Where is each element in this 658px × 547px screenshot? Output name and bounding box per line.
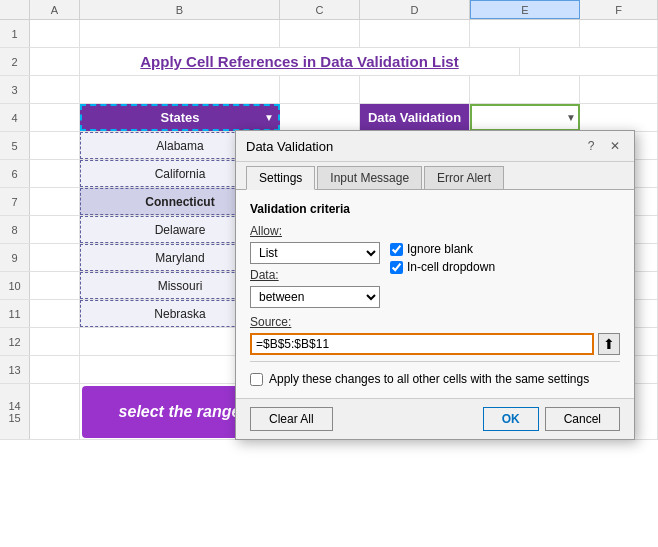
allow-select[interactable]: List (250, 242, 380, 264)
divider (250, 361, 620, 362)
state-name: Connecticut (145, 195, 214, 209)
row-num-15: 1415 (0, 384, 30, 439)
in-cell-dropdown-row: In-cell dropdown (390, 260, 495, 274)
dialog-titlebar: Data Validation ? ✕ (236, 131, 634, 162)
ignore-blank-label: Ignore blank (407, 242, 473, 256)
col-header-f: F (580, 0, 658, 19)
source-row: ⬆ (250, 333, 620, 355)
dialog-help-button[interactable]: ? (582, 137, 600, 155)
cell-c4 (280, 104, 360, 131)
cell-f2 (520, 48, 658, 75)
cancel-button[interactable]: Cancel (545, 407, 620, 431)
col-header-b: B (80, 0, 280, 19)
cell-a8 (30, 216, 80, 243)
row-num-5: 5 (0, 132, 30, 159)
row-num-11: 11 (0, 300, 30, 327)
state-name: Alabama (156, 139, 203, 153)
cell-a5 (30, 132, 80, 159)
allow-row: Allow: List Data: between Ignore blank (250, 224, 620, 308)
dialog-close-button[interactable]: ✕ (606, 137, 624, 155)
cell-a11 (30, 300, 80, 327)
state-name: Nebraska (154, 307, 205, 321)
cell-c3 (280, 76, 360, 103)
dialog-tabs: Settings Input Message Error Alert (236, 162, 634, 190)
table-row: 4 States ▼ Data Validation ▼ (0, 104, 658, 132)
cell-a6 (30, 160, 80, 187)
row-num-2: 2 (0, 48, 30, 75)
cell-e3 (470, 76, 580, 103)
spreadsheet: A B C D E F 1 2 Apply Cell References in… (0, 0, 658, 547)
source-label-row: Source: (250, 314, 620, 329)
cell-a13 (30, 356, 80, 383)
tab-settings[interactable]: Settings (246, 166, 315, 190)
table-row: 1 (0, 20, 658, 48)
states-label: States (160, 110, 199, 125)
cell-f3 (580, 76, 658, 103)
cell-a12 (30, 328, 80, 355)
states-dropdown-arrow[interactable]: ▼ (264, 112, 274, 123)
allow-label: Allow: (250, 224, 380, 238)
data-select[interactable]: between (250, 286, 380, 308)
source-collapse-button[interactable]: ⬆ (598, 333, 620, 355)
cell-f4 (580, 104, 658, 131)
ignore-blank-checkbox[interactable] (390, 243, 403, 256)
state-name: California (155, 167, 206, 181)
row-num-6: 6 (0, 160, 30, 187)
cell-f1 (580, 20, 658, 47)
table-row: 3 (0, 76, 658, 104)
cell-a10 (30, 272, 80, 299)
cell-b3 (80, 76, 280, 103)
page-title: Apply Cell References in Data Validation… (80, 53, 519, 70)
validation-criteria-label: Validation criteria (250, 202, 620, 216)
ok-cancel-group: OK Cancel (483, 407, 620, 431)
tab-input-message[interactable]: Input Message (317, 166, 422, 189)
col-header-d: D (360, 0, 470, 19)
dialog-title: Data Validation (246, 139, 333, 154)
apply-checkbox[interactable] (250, 373, 263, 386)
row-num-1: 1 (0, 20, 30, 47)
cell-b1 (80, 20, 280, 47)
states-header-cell[interactable]: States ▼ (80, 104, 280, 131)
cell-a4 (30, 104, 80, 131)
row-num-3: 3 (0, 76, 30, 103)
dv-dropdown-cell[interactable]: ▼ (470, 104, 580, 131)
cell-a15 (30, 384, 80, 439)
in-cell-dropdown-checkbox[interactable] (390, 261, 403, 274)
cell-a9 (30, 244, 80, 271)
row-num-7: 7 (0, 188, 30, 215)
ok-button[interactable]: OK (483, 407, 539, 431)
dialog-footer: Clear All OK Cancel (236, 398, 634, 439)
col-header-rownum (0, 0, 30, 19)
data-validation-dialog: Data Validation ? ✕ Settings Input Messa… (235, 130, 635, 440)
clear-all-button[interactable]: Clear All (250, 407, 333, 431)
source-label: Source: (250, 315, 291, 329)
cell-c1 (280, 20, 360, 47)
col-header-e: E (470, 0, 580, 19)
data-label: Data: (250, 268, 380, 282)
source-input[interactable] (250, 333, 594, 355)
cell-e1 (470, 20, 580, 47)
row-num-12: 12 (0, 328, 30, 355)
allow-col: Allow: List Data: between (250, 224, 380, 308)
table-row: 2 Apply Cell References in Data Validati… (0, 48, 658, 76)
dv-dropdown-arrow[interactable]: ▼ (566, 112, 576, 123)
dv-label-cell: Data Validation (360, 104, 470, 131)
cell-a1 (30, 20, 80, 47)
apply-row: Apply these changes to all other cells w… (250, 372, 620, 386)
dialog-body: Validation criteria Allow: List Data: be… (236, 190, 634, 398)
row-num-4: 4 (0, 104, 30, 131)
cell-d3 (360, 76, 470, 103)
cell-a2 (30, 48, 80, 75)
title-merged-cell: Apply Cell References in Data Validation… (80, 48, 520, 75)
checkboxes-col: Ignore blank In-cell dropdown (390, 242, 495, 274)
apply-label: Apply these changes to all other cells w… (269, 372, 589, 386)
state-name: Maryland (155, 251, 204, 265)
state-name: Delaware (155, 223, 206, 237)
row-num-10: 10 (0, 272, 30, 299)
tab-error-alert[interactable]: Error Alert (424, 166, 504, 189)
row-num-9: 9 (0, 244, 30, 271)
cell-d1 (360, 20, 470, 47)
dv-label: Data Validation (368, 110, 461, 125)
dialog-controls: ? ✕ (582, 137, 624, 155)
state-name: Missouri (158, 279, 203, 293)
